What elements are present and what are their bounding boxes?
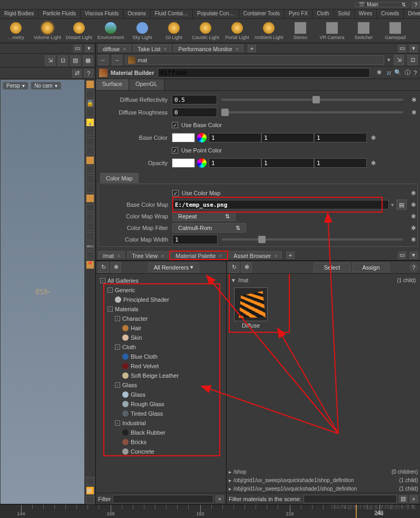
tab-material-palette[interactable]: Material Palette× <box>171 251 227 259</box>
link-icon[interactable]: ⊡ <box>57 55 68 66</box>
shelf-button[interactable]: Switcher <box>348 19 379 43</box>
base-color-swatch[interactable] <box>172 133 195 142</box>
cube-icon[interactable]: ▧ <box>399 495 407 503</box>
tab-mat[interactable]: /mat× <box>98 251 125 259</box>
gear-icon[interactable]: ✻ <box>369 159 377 167</box>
shelf-tab[interactable]: Populate Con… <box>193 9 239 18</box>
expander-icon[interactable]: - <box>115 420 120 426</box>
hscript-icon[interactable]: H <box>387 70 391 76</box>
tab-opengl[interactable]: OpenGL <box>129 79 164 90</box>
tab-takelist[interactable]: Take List× <box>133 44 171 52</box>
tab-diffuse[interactable]: diffuse× <box>98 44 131 52</box>
shelf-button[interactable]: Gamepad <box>379 19 411 43</box>
expander-icon[interactable]: - <box>108 306 113 312</box>
shelf-tab[interactable]: Rigid Bodies <box>0 9 38 18</box>
tree-item[interactable]: -Industrial <box>98 418 224 428</box>
use-base-color-checkbox[interactable]: ✓ <box>172 122 178 128</box>
shelf-button[interactable]: Caustic Light <box>190 19 221 43</box>
palette-tree[interactable]: -All Galleries-GenericPrincipled Shader-… <box>96 274 226 493</box>
plus-icon[interactable]: + <box>286 252 295 259</box>
tool-icon[interactable] <box>86 156 94 165</box>
menu-icon[interactable]: ▾ <box>409 45 418 52</box>
camera-dropdown[interactable]: No cam▾ <box>31 82 61 90</box>
opacity-r-input[interactable] <box>209 158 261 168</box>
tool-icon[interactable] <box>86 477 94 485</box>
gear-icon[interactable]: ✻ <box>375 69 384 77</box>
chevron-down-icon[interactable]: ▾ <box>391 202 394 208</box>
tree-item[interactable]: Black Rubber <box>98 428 224 437</box>
tool-icon[interactable] <box>86 204 94 212</box>
shelf-button[interactable]: Sky Light <box>126 19 158 43</box>
tree-item[interactable]: -Generic <box>98 285 224 295</box>
expander-icon[interactable]: - <box>115 344 120 350</box>
shelf-tab[interactable]: Solid <box>334 9 355 18</box>
search-icon[interactable]: 🔍 <box>394 69 402 76</box>
shelf-button[interactable]: Distant Light <box>63 19 95 43</box>
tree-icon[interactable]: ⇄ <box>72 69 82 78</box>
mat-root-row[interactable]: ▼/mat(1 child) <box>229 276 418 284</box>
tree-item[interactable]: -Glass <box>98 380 224 390</box>
gear-icon[interactable]: ✻ <box>369 133 377 142</box>
expander-icon[interactable]: - <box>115 316 120 321</box>
slider[interactable]: .params .pr:last-child .slider::after{le… <box>222 238 403 241</box>
path-field[interactable]: mat <box>125 55 384 65</box>
refresh-icon[interactable]: ↻ <box>98 262 109 273</box>
tool-icon[interactable]: 🔒 <box>86 99 94 108</box>
tree-item[interactable]: -Character <box>98 314 224 323</box>
expander-icon[interactable]: - <box>115 382 120 388</box>
nav-forward-icon[interactable]: → <box>112 55 122 65</box>
material-thumbnail[interactable] <box>234 287 268 321</box>
shelf-button[interactable]: Portal Light <box>221 19 253 43</box>
box-icon[interactable]: ▧ <box>70 55 81 66</box>
clear-icon[interactable]: × <box>409 495 418 503</box>
opacity-swatch[interactable] <box>172 158 195 168</box>
tree-item[interactable]: Blue Cloth <box>98 352 224 361</box>
tab-perfmon[interactable]: Performance Monitor× <box>173 44 243 52</box>
shelf-tab[interactable]: Oceans <box>123 9 150 18</box>
tab-surface[interactable]: Surface <box>96 79 129 90</box>
shelf-button[interactable]: Ambient Light <box>253 19 285 43</box>
tree-item[interactable]: Concrete <box>98 447 224 456</box>
ref-row[interactable]: ▸/shop(0 children) <box>227 467 420 476</box>
diffuse-reflectivity-input[interactable] <box>172 95 217 104</box>
color-map-width-input[interactable] <box>172 235 218 244</box>
box2-icon[interactable]: ▦ <box>83 55 93 66</box>
filter-input[interactable] <box>113 495 213 503</box>
shelf-tab[interactable]: Pyro FX <box>285 9 312 18</box>
tool-icon[interactable]: 📍 <box>86 261 94 269</box>
find-icon[interactable]: ⊡ <box>407 55 418 65</box>
tool-icon[interactable] <box>86 80 94 89</box>
gear-icon[interactable]: ✻ <box>409 235 417 244</box>
shelf-tab[interactable]: Cloth <box>312 9 334 18</box>
tree-item[interactable]: Soft Beige Leather <box>98 371 224 380</box>
help-icon[interactable]: ? <box>414 70 417 76</box>
gear-icon[interactable]: ✻ <box>241 262 252 273</box>
color-wheel-icon[interactable] <box>197 158 207 168</box>
tool-icon[interactable] <box>86 166 94 174</box>
shelf-tab[interactable]: Drive Simula… <box>404 9 420 18</box>
shelf-tab[interactable]: Viscous Fluids <box>81 9 123 18</box>
shelf-button[interactable]: Environment <box>95 19 126 43</box>
pin-icon[interactable]: ⇲ <box>394 55 404 65</box>
shelf-button[interactable]: VR Camera <box>316 19 348 43</box>
color-map-wrap-dropdown[interactable]: Repeat⇅ <box>172 212 236 221</box>
tool-icon[interactable] <box>86 251 94 260</box>
tree-item[interactable]: Tinted Glass <box>98 409 224 418</box>
shelf-tab[interactable]: Container Tools <box>239 9 285 18</box>
maximize-icon[interactable]: ▭ <box>398 45 406 52</box>
clear-icon[interactable]: × <box>216 495 224 503</box>
timeline[interactable]: 144168192216240 240 CSDN @包子馅是韭菜鸡蛋的小笼包 <box>0 504 420 518</box>
tool-icon[interactable] <box>86 223 94 231</box>
tool-icon[interactable] <box>86 109 94 117</box>
color-map-section-tab[interactable]: Color Map <box>100 173 139 183</box>
tab-treeview[interactable]: Tree View× <box>127 251 169 259</box>
slider[interactable]: .slider[style*="--p:50%"]::after{left:50… <box>221 99 403 101</box>
use-point-color-checkbox[interactable]: ✓ <box>172 147 178 154</box>
help-icon[interactable]: ? <box>409 263 418 272</box>
tool-icon[interactable] <box>86 175 94 184</box>
gear-icon[interactable]: ✻ <box>409 212 417 220</box>
shelf-tab[interactable]: Wires <box>355 9 377 18</box>
tree-item[interactable]: Skin <box>98 333 224 342</box>
gear-icon[interactable]: ✻ <box>409 108 418 117</box>
ref-row[interactable]: ▸/obj/grid1/uv_sweep1/uvquickshade1/shop… <box>227 484 420 493</box>
